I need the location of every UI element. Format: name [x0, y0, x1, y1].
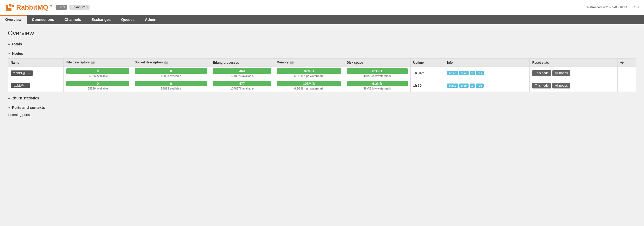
socket-desc-cell: 0 58893 available [132, 79, 210, 92]
nodes-table-wrapper: Name File descriptors ? Socket descripto… [8, 58, 636, 92]
file-desc-cell: 0 65536 available [64, 67, 132, 79]
badge-1: 1 [470, 84, 475, 88]
churn-section: ▶ Churn statistics [8, 95, 636, 101]
cluster-info: Clus [633, 5, 639, 9]
col-name: Name [8, 58, 64, 67]
disk-cell: 61GiB 48MiB low watermark [344, 79, 410, 92]
badge-disc: disc [459, 71, 469, 75]
reset-stats-cell: This node All nodes [529, 79, 617, 92]
totals-header[interactable]: ▶ Totals [8, 41, 636, 47]
col-info: Info [444, 58, 530, 67]
col-reset-stats: Reset stats [529, 58, 617, 67]
file-desc-available: 65536 available [66, 74, 129, 78]
disk-watermark: 48MiB low watermark [347, 74, 408, 78]
col-memory: Memory ? [274, 58, 344, 67]
info-badges: basicdisc1rss [447, 84, 527, 88]
disk-watermark: 48MiB low watermark [347, 87, 408, 90]
disk-cell: 61GiB 48MiB low watermark [344, 67, 410, 79]
col-plus-minus[interactable]: +/- [618, 58, 636, 67]
node-name: rabbit@····· [11, 83, 30, 88]
page-title: Overview [8, 29, 636, 37]
socket-desc-bar: 0 [135, 68, 207, 74]
nodes-arrow: ▼ [8, 52, 10, 55]
socket-desc-cell: 0 58893 available [132, 67, 210, 79]
totals-arrow: ▶ [8, 43, 10, 46]
version-badge: 3.8.3 [56, 5, 67, 10]
info-badges: basicdisc1rss [447, 71, 527, 75]
svg-rect-0 [6, 5, 8, 8]
nodes-label: Nodes [12, 51, 23, 56]
reset-buttons: This node All nodes [532, 70, 615, 76]
nodes-table: Name File descriptors ? Socket descripto… [8, 58, 636, 92]
uptime-cell: 1h 39m [410, 79, 444, 92]
this-node-button[interactable]: This node [532, 70, 551, 76]
erlang-proc-available: 1048576 available [213, 74, 271, 78]
nav-connections[interactable]: Connections [27, 15, 59, 24]
table-row: rabbit1@······ 0 65536 available 0 58893… [8, 67, 636, 79]
erlang-badge: Erlang 22.3 [69, 5, 90, 10]
badge-disc: disc [459, 84, 469, 88]
file-desc-cell: 0 65536 available [64, 79, 132, 92]
socket-desc-help-icon[interactable]: ? [164, 61, 168, 64]
nav-exchanges[interactable]: Exchanges [86, 15, 116, 24]
col-file-desc: File descriptors ? [64, 58, 132, 67]
col-erlang-proc: Erlang processes [210, 58, 274, 67]
file-desc-bar: 0 [66, 81, 129, 86]
listening-ports-label: Listening ports [8, 113, 636, 117]
memory-cell: 108MiB 6.3GiB high watermark [274, 79, 344, 92]
erlang-proc-cell: 477 1048576 available [210, 79, 274, 92]
nav-bar: Overview Connections Channels Exchanges … [0, 15, 644, 24]
node-name-cell: rabbit@····· [8, 79, 64, 92]
uptime-cell: 1h 34m [410, 67, 444, 79]
erlang-proc-available: 1048576 available [213, 87, 271, 90]
ports-label: Ports and contexts [12, 105, 45, 110]
nav-overview[interactable]: Overview [0, 15, 27, 24]
col-socket-desc: Socket descriptors ? [132, 58, 210, 67]
memory-watermark: 6.3GiB high watermark [277, 74, 341, 78]
memory-help-icon[interactable]: ? [290, 61, 294, 64]
svg-rect-4 [9, 6, 10, 7]
logo: RabbitMQTM 3.8.3 Erlang 22.3 [5, 3, 90, 12]
col-disk-space: Disk space [344, 58, 410, 67]
table-row: rabbit@····· 0 65536 available 0 58893 a… [8, 79, 636, 92]
extra-cell [618, 79, 636, 92]
file-desc-help-icon[interactable]: ? [91, 61, 95, 64]
extra-cell [618, 67, 636, 79]
col-uptime: Uptime [410, 58, 444, 67]
churn-arrow: ▶ [8, 97, 10, 100]
badge-1: 1 [470, 71, 475, 75]
memory-bar: 108MiB [277, 81, 341, 86]
badge-basic: basic [447, 71, 458, 75]
nav-queues[interactable]: Queues [116, 15, 140, 24]
nodes-header[interactable]: ▼ Nodes [8, 50, 636, 57]
badge-rss: rss [476, 71, 484, 75]
all-nodes-button[interactable]: All nodes [552, 70, 570, 76]
disk-bar: 61GiB [347, 81, 408, 86]
this-node-button[interactable]: This node [532, 83, 551, 88]
nodes-section: ▼ Nodes Name File descriptors ? Socket d… [8, 50, 636, 92]
info-cell: basicdisc1rss [444, 79, 530, 92]
node-name: rabbit1@······ [11, 70, 33, 76]
erlang-proc-bar: 464 [213, 68, 271, 74]
badge-rss: rss [476, 84, 484, 88]
reset-buttons: This node All nodes [532, 83, 615, 88]
socket-desc-available: 58893 available [135, 87, 207, 90]
info-cell: basicdisc1rss [444, 67, 530, 79]
churn-header[interactable]: ▶ Churn statistics [8, 95, 636, 101]
file-desc-bar: 0 [66, 68, 129, 74]
svg-rect-3 [12, 5, 14, 7]
all-nodes-button[interactable]: All nodes [552, 83, 570, 88]
ports-header[interactable]: ▼ Ports and contexts [8, 104, 636, 111]
svg-rect-2 [6, 8, 11, 11]
top-bar: RabbitMQTM 3.8.3 Erlang 22.3 Refreshed 2… [0, 0, 644, 15]
memory-cell: 97MiB 6.3GiB high watermark [274, 67, 344, 79]
erlang-proc-bar: 477 [213, 81, 271, 86]
churn-label: Churn statistics [11, 96, 39, 100]
reset-stats-cell: This node All nodes [529, 67, 617, 79]
nav-channels[interactable]: Channels [59, 15, 86, 24]
memory-watermark: 6.3GiB high watermark [277, 87, 341, 90]
totals-section: ▶ Totals [8, 41, 636, 47]
nav-admin[interactable]: Admin [140, 15, 162, 24]
totals-label: Totals [11, 42, 22, 46]
rabbitmq-logo-icon [5, 3, 15, 12]
